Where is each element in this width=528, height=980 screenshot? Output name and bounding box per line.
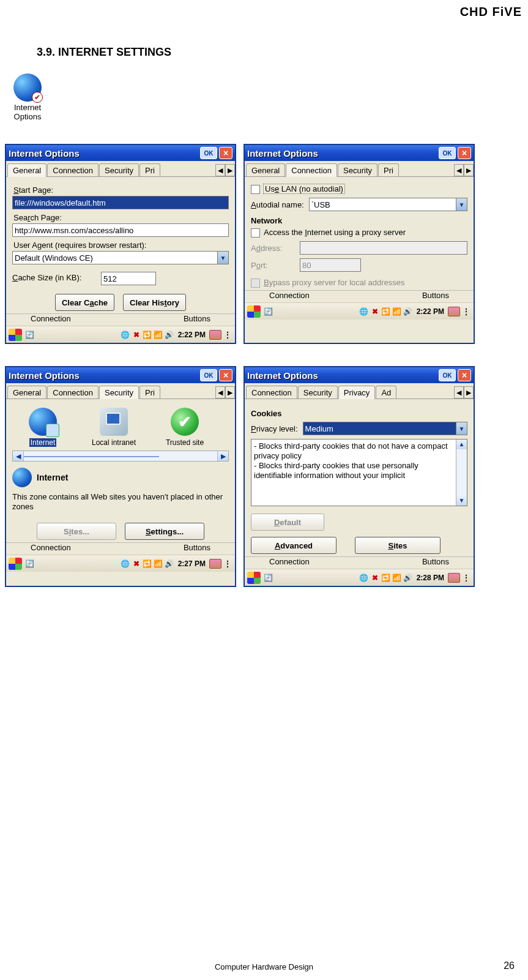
tray-x-icon[interactable]: ✖ — [370, 573, 380, 583]
dropdown-icon[interactable]: ▼ — [456, 198, 467, 211]
tab-connection[interactable]: Connection — [246, 386, 297, 398]
tab-privacy-truncated[interactable]: Pri — [378, 163, 399, 176]
scroll-left-icon[interactable]: ◀ — [13, 451, 24, 461]
clear-history-button[interactable]: Clear History — [123, 294, 186, 311]
scroll-down-icon[interactable]: ▼ — [456, 496, 467, 506]
tray-x-icon[interactable]: ✖ — [370, 307, 380, 316]
page-number: 26 — [504, 960, 515, 971]
tray-globe-icon[interactable]: 🌐 — [359, 307, 369, 316]
zone-scrollbar[interactable]: ◀ ▶ — [12, 451, 229, 462]
tray-sync-icon[interactable]: 🔁 — [381, 573, 391, 583]
tray-sync-icon[interactable]: 🔁 — [143, 559, 152, 569]
tray-device-icon[interactable]: 📶 — [392, 573, 402, 583]
tray-sync-icon[interactable]: 🔁 — [381, 307, 391, 316]
vertical-scrollbar[interactable]: ▲ ▼ — [456, 440, 467, 506]
tab-scroll-right-icon[interactable]: ▶ — [464, 386, 474, 398]
tab-general[interactable]: General — [7, 163, 46, 177]
ok-button[interactable]: OK — [200, 369, 217, 381]
tray-icon[interactable]: 🔄 — [24, 330, 34, 340]
keyboard-icon[interactable] — [448, 307, 460, 316]
tab-advanced-truncated[interactable]: Ad — [376, 386, 396, 398]
scroll-thumb[interactable] — [24, 456, 159, 457]
search-page-input[interactable] — [12, 223, 229, 237]
zone-local-intranet[interactable]: Local intranet — [84, 408, 143, 447]
tray-speaker-icon[interactable]: 🔊 — [403, 573, 413, 583]
tray-icon[interactable]: 🔄 — [24, 559, 34, 569]
tray-device-icon[interactable]: 📶 — [392, 307, 402, 316]
tab-general[interactable]: General — [7, 386, 46, 398]
internet-options-desktop-icon[interactable]: ✔ Internet Options — [6, 73, 49, 121]
keyboard-icon[interactable] — [209, 559, 221, 569]
start-button-icon[interactable] — [247, 305, 261, 318]
close-button[interactable]: × — [458, 147, 471, 159]
dialog-security: Internet Options OK × General Connection… — [5, 366, 236, 587]
tray-speaker-icon[interactable]: 🔊 — [403, 307, 413, 316]
tray-x-icon[interactable]: ✖ — [132, 559, 141, 569]
taskbar: 🔄 🌐 ✖ 🔁 📶 🔊 2:28 PM ⋮ — [245, 569, 474, 586]
use-lan-checkbox[interactable] — [251, 185, 260, 194]
keyboard-icon[interactable] — [448, 573, 460, 583]
tray-globe-icon[interactable]: 🌐 — [121, 330, 130, 340]
advanced-button[interactable]: Advanced — [251, 537, 337, 554]
tray-icon[interactable]: 🔄 — [263, 307, 273, 316]
tab-connection[interactable]: Connection — [47, 386, 99, 398]
proxy-checkbox[interactable] — [251, 228, 260, 238]
start-button-icon[interactable] — [247, 572, 261, 584]
tab-privacy-truncated[interactable]: Pri — [139, 163, 160, 176]
dropdown-icon[interactable]: ▼ — [217, 252, 228, 264]
zone-caption: Internet — [29, 438, 57, 447]
tray-device-icon[interactable]: 📶 — [154, 330, 163, 340]
tab-privacy[interactable]: Privacy — [338, 386, 376, 399]
settings-button[interactable]: Settings... — [125, 523, 204, 540]
tray-speaker-icon[interactable]: 🔊 — [165, 559, 174, 569]
tab-security[interactable]: Security — [338, 163, 377, 176]
autodial-value: `USB — [310, 200, 456, 209]
start-button-icon[interactable] — [9, 558, 22, 570]
tray-speaker-icon[interactable]: 🔊 — [165, 330, 174, 340]
tab-connection[interactable]: Connection — [47, 163, 99, 176]
statusbar-right: Buttons — [422, 557, 449, 569]
tab-scroll-left-icon[interactable]: ◀ — [454, 386, 464, 398]
user-agent-select[interactable]: Default (Windows CE) ▼ — [12, 251, 229, 264]
tray-icon[interactable]: 🔄 — [263, 573, 273, 583]
monitor-icon — [100, 408, 128, 436]
ok-button[interactable]: OK — [439, 147, 456, 159]
tab-security[interactable]: Security — [99, 163, 139, 176]
tab-scroll-right-icon[interactable]: ▶ — [464, 164, 474, 176]
ok-button[interactable]: OK — [200, 147, 217, 159]
sites-button[interactable]: Sites — [355, 537, 441, 554]
start-button-icon[interactable] — [9, 329, 22, 341]
tray-sync-icon[interactable]: 🔁 — [143, 330, 152, 340]
tab-scroll-right-icon[interactable]: ▶ — [225, 164, 235, 176]
tab-scroll-right-icon[interactable]: ▶ — [225, 386, 235, 398]
clear-cache-button[interactable]: Clear Cache — [55, 294, 114, 311]
tab-general[interactable]: General — [246, 163, 285, 176]
close-button[interactable]: × — [219, 147, 232, 159]
tray-device-icon[interactable]: 📶 — [154, 559, 163, 569]
sites-button: Sites... — [37, 523, 116, 540]
tab-connection[interactable]: Connection — [286, 163, 337, 177]
zone-trusted-sites[interactable]: ✔ Trusted site — [155, 408, 214, 447]
close-button[interactable]: × — [458, 369, 471, 381]
tab-scroll-left-icon[interactable]: ◀ — [454, 164, 464, 176]
tab-security[interactable]: Security — [99, 386, 139, 399]
zone-internet[interactable]: Internet — [13, 408, 72, 447]
tab-scroll-left-icon[interactable]: ◀ — [215, 386, 225, 398]
keyboard-icon[interactable] — [209, 330, 221, 340]
tab-security[interactable]: Security — [298, 386, 338, 398]
dropdown-icon[interactable]: ▼ — [456, 422, 467, 435]
autodial-select[interactable]: `USB ▼ — [309, 198, 467, 211]
scroll-right-icon[interactable]: ▶ — [217, 451, 228, 461]
tab-scroll-left-icon[interactable]: ◀ — [215, 164, 225, 176]
tray-x-icon[interactable]: ✖ — [132, 330, 141, 340]
close-button[interactable]: × — [219, 369, 232, 381]
tab-privacy-truncated[interactable]: Pri — [139, 386, 160, 398]
ok-button[interactable]: OK — [439, 369, 456, 381]
tray-globe-icon[interactable]: 🌐 — [359, 573, 369, 583]
privacy-level-select[interactable]: Medium ▼ — [303, 422, 467, 435]
tray-globe-icon[interactable]: 🌐 — [121, 559, 130, 569]
cache-size-input[interactable] — [101, 272, 156, 285]
scroll-up-icon[interactable]: ▲ — [456, 440, 467, 449]
statusbar-left: Connection — [31, 314, 71, 326]
start-page-input[interactable] — [12, 196, 229, 209]
